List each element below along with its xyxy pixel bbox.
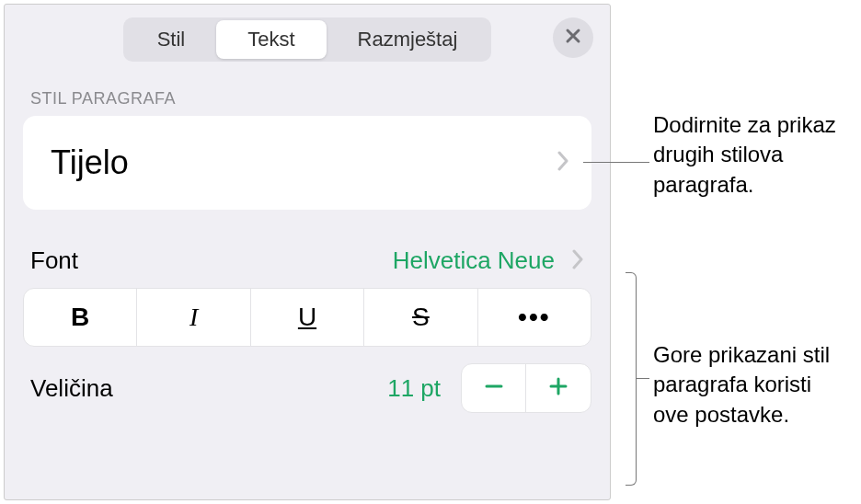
callout-bracket: [626, 272, 637, 486]
format-panel: Stil Tekst Razmještaj STIL PARAGRAFA Tij…: [4, 4, 611, 500]
callout-font-settings: Gore prikazani stil paragrafa koristi ov…: [653, 340, 846, 430]
size-value: 11 pt: [387, 374, 441, 403]
minus-icon: [482, 374, 506, 402]
size-row: Veličina 11 pt: [5, 347, 610, 413]
more-options-button[interactable]: •••: [478, 289, 591, 346]
font-row[interactable]: Font Helvetica Neue: [5, 210, 610, 288]
tab-bar: Stil Tekst Razmještaj: [5, 5, 610, 71]
size-controls: 11 pt: [387, 363, 591, 413]
callout-bracket-line: [637, 378, 649, 379]
close-button[interactable]: [553, 17, 593, 58]
callout-leader-line: [583, 162, 649, 163]
font-value-group: Helvetica Neue: [393, 246, 584, 275]
close-icon: [564, 27, 582, 49]
size-stepper: [461, 363, 591, 413]
tab-tekst[interactable]: Tekst: [216, 20, 326, 59]
chevron-right-icon: [571, 249, 584, 273]
underline-button[interactable]: U: [251, 289, 364, 346]
callout-paragraph-style: Dodirnite za prikaz drugih stilova parag…: [653, 110, 855, 200]
paragraph-style-row[interactable]: Tijelo: [23, 116, 591, 210]
chevron-right-icon: [557, 151, 569, 175]
font-label: Font: [30, 246, 78, 275]
tab-stil[interactable]: Stil: [126, 20, 217, 59]
bold-button[interactable]: B: [24, 289, 137, 346]
strikethrough-button[interactable]: S: [364, 289, 477, 346]
font-name: Helvetica Neue: [393, 246, 555, 275]
increase-size-button[interactable]: [526, 364, 591, 412]
segmented-control: Stil Tekst Razmještaj: [123, 17, 492, 62]
paragraph-style-name: Tijelo: [51, 143, 129, 182]
italic-button[interactable]: I: [137, 289, 250, 346]
decrease-size-button[interactable]: [462, 364, 526, 412]
size-label: Veličina: [30, 374, 113, 403]
paragraph-style-label: STIL PARAGRAFA: [5, 71, 610, 116]
format-button-group: B I U S •••: [23, 288, 591, 347]
tab-razmjestaj[interactable]: Razmještaj: [327, 20, 489, 59]
plus-icon: [546, 374, 570, 402]
